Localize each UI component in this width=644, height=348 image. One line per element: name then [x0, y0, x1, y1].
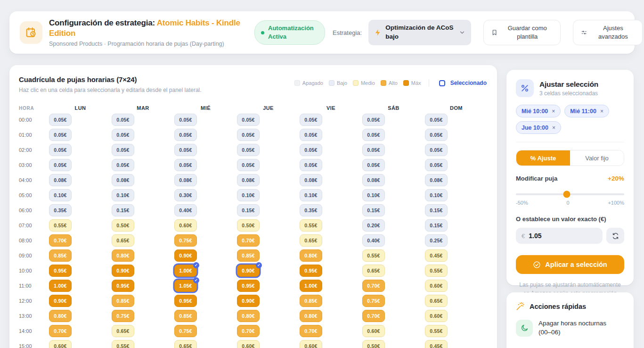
bid-cell[interactable]: 0.08€ [49, 174, 72, 186]
bid-cell[interactable]: 0.60€ [300, 340, 322, 348]
bid-cell[interactable]: 0.40€ [174, 204, 197, 216]
bid-cell[interactable]: 0.05€ [49, 129, 72, 141]
bid-cell[interactable]: 0.08€ [174, 174, 197, 186]
bid-cell[interactable]: 0.15€ [425, 219, 448, 232]
chip-close-icon[interactable]: × [552, 108, 555, 115]
bid-cell[interactable]: 0.15€ [112, 204, 134, 216]
bid-cell[interactable]: 0.05€ [300, 114, 322, 126]
bid-cell[interactable]: 0.60€ [425, 280, 448, 292]
bid-cell[interactable]: 0.05€ [300, 144, 322, 156]
bid-cell[interactable]: 0.60€ [362, 325, 385, 337]
bid-cell[interactable]: 0.75€ [362, 295, 385, 307]
bid-cell[interactable]: 0.55€ [425, 265, 448, 277]
bid-cell[interactable]: 0.70€ [49, 325, 72, 337]
bid-cell[interactable]: 0.60€ [49, 340, 72, 348]
exact-value-input[interactable]: € 1.05 [516, 228, 603, 244]
bid-cell[interactable]: 0.05€ [425, 144, 448, 156]
bid-cell[interactable]: 0.05€ [112, 159, 134, 171]
bid-cell[interactable]: 0.05€ [49, 159, 72, 171]
bid-cell[interactable]: 0.05€ [174, 114, 197, 126]
bid-cell[interactable]: 0.80€ [49, 310, 72, 322]
bid-cell[interactable]: 0.65€ [425, 295, 448, 307]
bid-cell[interactable]: 0.70€ [362, 280, 385, 292]
bid-cell[interactable]: 0.70€ [49, 234, 72, 247]
bid-cell[interactable]: 0.55€ [300, 219, 322, 232]
bid-cell[interactable]: 0.10€ [112, 189, 134, 201]
apply-to-selection-button[interactable]: Aplicar a selección [516, 255, 624, 274]
quick-action-night-off[interactable]: Apagar horas nocturnas (00–06) [516, 319, 619, 337]
bid-cell[interactable]: 0.15€ [362, 204, 385, 216]
bid-cell[interactable]: 0.65€ [112, 325, 134, 337]
bid-cell[interactable]: 0.10€ [425, 189, 448, 201]
bid-cell[interactable]: 0.75€ [112, 310, 134, 322]
bid-cell[interactable]: 0.05€ [362, 129, 385, 141]
bid-cell[interactable]: 0.65€ [112, 234, 134, 247]
bid-cell[interactable]: 0.80€ [237, 310, 260, 322]
bid-cell[interactable]: 0.60€ [237, 340, 260, 348]
bid-cell[interactable]: 1.00€✓ [174, 265, 197, 277]
bid-cell[interactable]: 1.00€ [300, 280, 322, 292]
bid-cell[interactable]: 0.80€ [300, 310, 322, 322]
advanced-settings-button[interactable]: Ajustes avanzados [573, 20, 643, 45]
bid-cell[interactable]: 0.05€ [362, 114, 385, 126]
bid-cell[interactable]: 0.08€ [112, 174, 134, 186]
bid-cell[interactable]: 0.05€ [112, 129, 134, 141]
bid-cell[interactable]: 0.55€ [112, 340, 134, 348]
bid-cell[interactable]: 0.95€ [49, 265, 72, 277]
bid-cell[interactable]: 0.95€ [112, 280, 134, 292]
bid-cell[interactable]: 0.05€ [425, 114, 448, 126]
bid-cell[interactable]: 0.08€ [362, 174, 385, 186]
reset-button[interactable] [606, 228, 624, 244]
bid-cell[interactable]: 0.75€ [174, 234, 197, 247]
bid-cell[interactable]: 0.95€ [237, 280, 260, 292]
bid-cell[interactable]: 0.85€ [112, 295, 134, 307]
bid-cell[interactable]: 0.65€ [174, 340, 197, 348]
slider-knob[interactable] [563, 191, 571, 198]
bid-cell[interactable]: 0.08€ [300, 174, 322, 186]
bid-cell[interactable]: 0.65€ [300, 234, 322, 247]
bid-cell[interactable]: 0.55€ [362, 249, 385, 262]
bid-cell[interactable]: 0.25€ [425, 234, 448, 247]
bid-cell[interactable]: 0.05€ [174, 129, 197, 141]
bid-cell[interactable]: 0.85€ [49, 249, 72, 262]
bid-cell[interactable]: 1.00€ [49, 280, 72, 292]
chip-close-icon[interactable]: × [600, 108, 603, 115]
bid-cell[interactable]: 0.05€ [49, 114, 72, 126]
bid-cell[interactable]: 0.35€ [49, 204, 72, 216]
bid-cell[interactable]: 0.45€ [425, 249, 448, 262]
selected-cell-chip[interactable]: Jue 10:00× [516, 121, 561, 134]
bid-cell[interactable]: 0.05€ [237, 144, 260, 156]
bid-cell[interactable]: 0.60€ [174, 219, 197, 232]
bid-cell[interactable]: 0.05€ [300, 129, 322, 141]
bid-cell[interactable]: 0.75€ [174, 325, 197, 337]
bid-cell[interactable]: 0.05€ [174, 144, 197, 156]
bid-cell[interactable]: 0.08€ [425, 174, 448, 186]
bid-cell[interactable]: 0.15€ [237, 204, 260, 216]
bid-cell[interactable]: 0.85€ [300, 295, 322, 307]
bid-cell[interactable]: 0.80€ [112, 249, 134, 262]
bid-cell[interactable]: 0.05€ [112, 144, 134, 156]
bid-cell[interactable]: 0.15€ [425, 204, 448, 216]
bid-cell[interactable]: 0.10€ [362, 189, 385, 201]
bid-cell[interactable]: 0.35€ [300, 204, 322, 216]
strategy-dropdown[interactable]: Optimización de ACoS bajo [368, 20, 471, 45]
bid-cell[interactable]: 0.10€ [237, 189, 260, 201]
bid-cell[interactable]: 0.90€ [237, 295, 260, 307]
save-template-button[interactable]: Guardar como plantilla [483, 20, 561, 45]
bid-cell[interactable]: 0.20€ [362, 219, 385, 232]
bid-cell[interactable]: 0.50€ [237, 219, 260, 232]
bid-cell[interactable]: 0.90€ [49, 295, 72, 307]
bid-cell[interactable]: 0.70€ [237, 234, 260, 247]
bid-cell[interactable]: 0.05€ [237, 114, 260, 126]
bid-cell[interactable]: 0.95€ [300, 265, 322, 277]
bid-cell[interactable]: 1.05€✓ [174, 280, 197, 292]
bid-cell[interactable]: 0.05€ [362, 144, 385, 156]
bid-cell[interactable]: 0.10€ [300, 189, 322, 201]
tab-percent-adjust[interactable]: % Ajuste [516, 150, 570, 166]
bid-cell[interactable]: 0.05€ [49, 144, 72, 156]
bid-cell[interactable]: 0.90€✓ [237, 265, 260, 277]
bid-cell[interactable]: 0.05€ [362, 159, 385, 171]
bid-cell[interactable]: 0.95€ [174, 295, 197, 307]
chip-close-icon[interactable]: × [552, 124, 555, 131]
bid-cell[interactable]: 0.55€ [425, 325, 448, 337]
